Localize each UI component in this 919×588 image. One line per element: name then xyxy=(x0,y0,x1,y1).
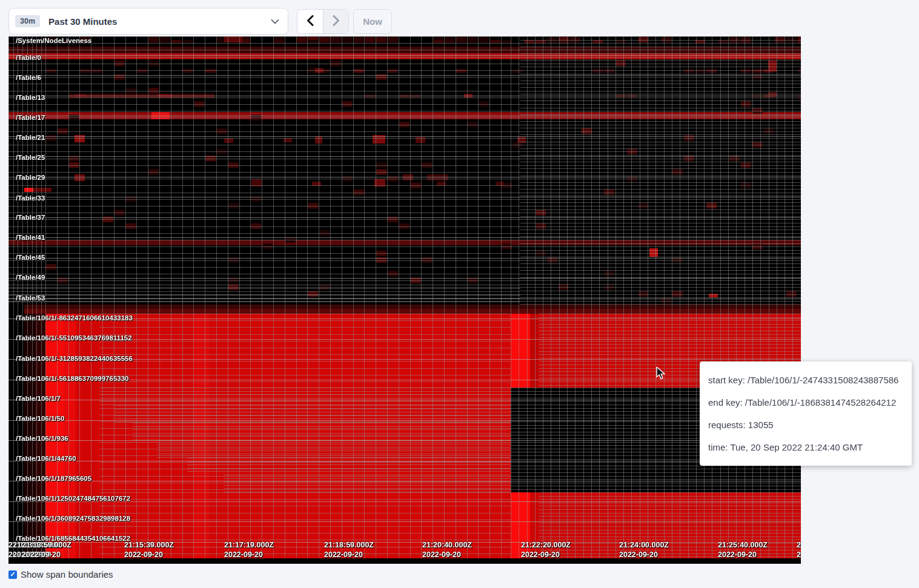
show-span-boundaries-checkbox[interactable]: ✓ xyxy=(8,570,17,579)
tooltip-time: time: Tue, 20 Sep 2022 21:24:40 GMT xyxy=(708,436,903,458)
chevron-down-icon xyxy=(271,19,279,24)
show-span-boundaries-label: Show span boundaries xyxy=(21,569,113,580)
toolbar: 30m Past 30 Minutes Now xyxy=(0,0,919,36)
time-range-select[interactable]: 30m Past 30 Minutes xyxy=(8,8,288,35)
tooltip-end-key: end key: /Table/106/1/-18683814745282642… xyxy=(708,391,903,414)
span-boundaries-row: ✓ Show span boundaries xyxy=(8,569,113,580)
tooltip-requests: requests: 13055 xyxy=(708,414,903,436)
range-tooltip: start key: /Table/106/1/-247433150824388… xyxy=(700,362,912,466)
chevron-right-icon xyxy=(333,15,340,28)
time-range-label: Past 30 Minutes xyxy=(48,16,271,27)
chevron-left-icon xyxy=(307,15,314,28)
now-button[interactable]: Now xyxy=(353,9,392,34)
time-range-badge: 30m xyxy=(15,15,40,28)
tooltip-start-key: start key: /Table/106/1/-247433150824388… xyxy=(708,369,903,391)
key-visualizer: /System/NodeLiveness/Table/0/Table/6/Tab… xyxy=(8,36,801,564)
next-window-button[interactable] xyxy=(323,10,348,33)
prev-window-button[interactable] xyxy=(297,10,323,33)
heatmap-canvas[interactable] xyxy=(8,36,801,564)
time-nav-group xyxy=(297,9,349,34)
